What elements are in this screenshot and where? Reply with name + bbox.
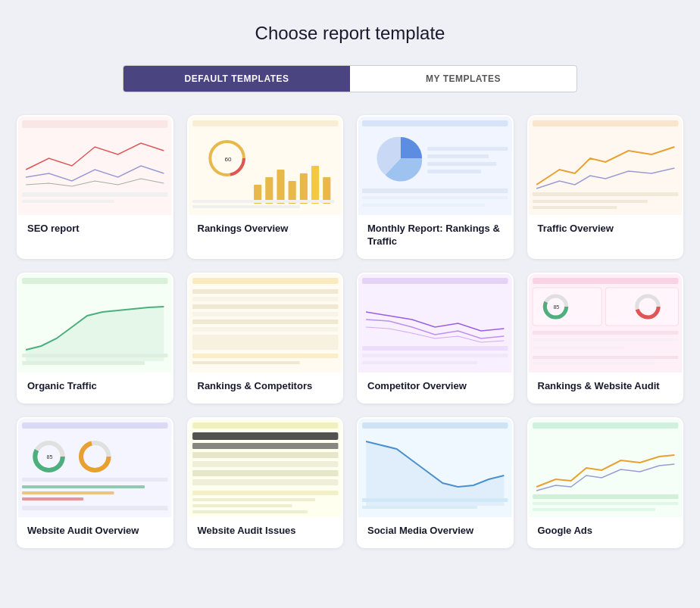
svg-rect-49 (358, 274, 512, 373)
template-label-competitor-overview: Competitor Overview (358, 373, 512, 402)
template-preview-seo (18, 117, 172, 215)
svg-rect-21 (427, 147, 508, 151)
template-preview-google-ads (529, 419, 683, 517)
svg-rect-67 (533, 362, 655, 365)
template-card-website-audit-issues[interactable]: Website Audit Issues (187, 417, 344, 548)
svg-rect-36 (22, 354, 167, 357)
svg-rect-95 (362, 498, 508, 502)
svg-rect-11 (277, 170, 284, 204)
template-card-google-ads[interactable]: Google Ads (527, 417, 684, 548)
svg-rect-47 (192, 354, 338, 358)
svg-rect-10 (265, 177, 273, 204)
template-label-organic-traffic: Organic Traffic (18, 373, 172, 402)
template-tabs: DEFAULT TEMPLATES MY TEMPLATES (123, 65, 577, 92)
svg-rect-88 (192, 491, 338, 495)
template-preview-rankcomp (189, 274, 342, 373)
svg-rect-55 (533, 278, 678, 284)
template-preview-rankings: 60 (189, 117, 342, 215)
template-preview-social (358, 419, 512, 517)
svg-rect-101 (533, 508, 655, 511)
svg-rect-65 (533, 346, 625, 349)
template-label-seo-report: SEO report (18, 215, 172, 245)
template-preview-audit-issues (189, 419, 342, 517)
svg-rect-24 (427, 170, 481, 173)
svg-rect-69 (22, 422, 167, 429)
svg-rect-23 (427, 162, 496, 166)
template-card-monthly-report[interactable]: Monthly Report: Rankings & Traffic (357, 115, 514, 259)
template-card-rankings-competitors[interactable]: Rankings & Competitors (187, 273, 344, 404)
svg-rect-2 (22, 192, 167, 197)
tab-default[interactable]: DEFAULT TEMPLATES (123, 66, 350, 92)
svg-rect-27 (362, 204, 485, 207)
template-label-website-audit-issues: Website Audit Issues (189, 517, 342, 547)
template-preview-website-audit: 85 (18, 419, 172, 517)
svg-rect-93 (362, 422, 508, 429)
template-card-traffic-overview[interactable]: Traffic Overview (527, 115, 684, 259)
templates-grid: SEO report 60 Rankings Overview (17, 115, 683, 548)
template-card-social-media-overview[interactable]: Social Media Overview (357, 417, 514, 548)
svg-rect-15 (323, 177, 330, 204)
svg-rect-43 (192, 312, 338, 316)
svg-rect-75 (22, 478, 167, 482)
template-label-rankings-website-audit: Rankings & Website Audit (529, 373, 683, 402)
svg-rect-78 (22, 497, 83, 500)
svg-rect-46 (192, 335, 338, 350)
svg-rect-96 (362, 506, 477, 509)
svg-rect-51 (362, 346, 508, 351)
svg-rect-85 (192, 461, 338, 467)
page-title: Choose report template (15, 23, 685, 44)
svg-rect-1 (22, 120, 167, 128)
template-preview-traffic (529, 117, 683, 215)
template-label-google-ads: Google Ads (529, 517, 683, 547)
svg-rect-99 (533, 494, 678, 499)
svg-rect-17 (192, 205, 300, 208)
svg-rect-90 (192, 504, 292, 507)
template-label-rankings-competitors: Rankings & Competitors (189, 373, 342, 402)
svg-rect-32 (533, 206, 617, 209)
template-card-website-audit-overview[interactable]: 85 Website Audit Overview (17, 417, 173, 548)
svg-rect-66 (533, 356, 678, 359)
svg-rect-89 (192, 498, 315, 501)
svg-rect-25 (362, 189, 508, 193)
template-label-traffic-overview: Traffic Overview (529, 215, 683, 245)
template-card-rankings-website-audit[interactable]: 85 Rankings & Website Audit (527, 273, 684, 404)
svg-rect-57 (605, 288, 678, 326)
svg-rect-42 (192, 304, 338, 309)
svg-rect-100 (533, 502, 678, 505)
template-label-rankings-overview: Rankings Overview (189, 215, 342, 245)
svg-rect-40 (192, 289, 338, 294)
svg-rect-50 (362, 278, 508, 284)
svg-rect-53 (362, 361, 477, 364)
svg-rect-39 (192, 278, 338, 284)
svg-rect-84 (192, 452, 338, 458)
svg-rect-91 (192, 510, 308, 513)
svg-rect-81 (192, 422, 338, 429)
svg-rect-29 (533, 120, 678, 126)
svg-rect-82 (192, 432, 338, 440)
template-preview-competitor (358, 274, 512, 373)
template-preview-organic (18, 274, 172, 373)
template-card-competitor-overview[interactable]: Competitor Overview (357, 273, 514, 404)
template-card-organic-traffic[interactable]: Organic Traffic (17, 273, 173, 404)
template-card-rankings-overview[interactable]: 60 Rankings Overview (187, 115, 344, 259)
svg-rect-44 (192, 320, 338, 324)
svg-rect-26 (362, 196, 508, 199)
template-card-seo-report[interactable]: SEO report (17, 115, 173, 259)
svg-rect-14 (311, 166, 319, 204)
tab-my[interactable]: MY TEMPLATES (350, 66, 577, 92)
template-label-social-media-overview: Social Media Overview (358, 517, 512, 547)
template-preview-audit: 85 (529, 274, 683, 373)
svg-rect-76 (22, 485, 145, 488)
svg-rect-30 (533, 192, 678, 196)
svg-rect-37 (22, 361, 145, 365)
svg-rect-3 (22, 200, 114, 203)
svg-rect-83 (192, 443, 338, 449)
svg-rect-77 (22, 491, 114, 494)
svg-rect-41 (192, 297, 338, 301)
svg-rect-5 (192, 120, 338, 126)
svg-text:60: 60 (224, 156, 232, 163)
svg-rect-98 (533, 422, 678, 429)
svg-rect-22 (427, 154, 489, 158)
svg-rect-34 (22, 278, 167, 284)
svg-text:85: 85 (46, 454, 52, 460)
